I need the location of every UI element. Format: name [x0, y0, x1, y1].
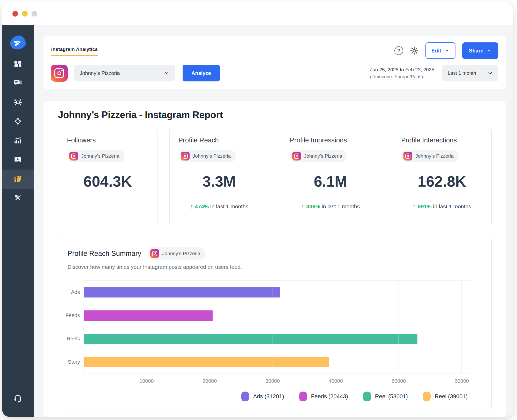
- legend-swatch: [363, 392, 371, 401]
- chart-plot-area: [84, 280, 471, 373]
- instagram-icon: [292, 152, 301, 161]
- app-body: Instagram Analytics ?: [2, 25, 513, 417]
- sidebar-item-logo[interactable]: [2, 30, 34, 55]
- stat-value: 604.3K: [67, 173, 148, 190]
- account-pill-label: Johnny’s Pizzeria: [415, 153, 454, 159]
- library-books-icon: [13, 174, 22, 184]
- instagram-icon: [181, 152, 190, 161]
- chevron-down-icon: [488, 71, 493, 76]
- tools-icon: [14, 194, 22, 203]
- legend-item-feeds: Feeds (20443): [299, 392, 348, 401]
- chart-row-reels: [84, 327, 471, 350]
- instagram-icon: [150, 249, 159, 258]
- stat-delta: ↑474% in last 1 months: [178, 203, 260, 210]
- sidebar-item-inbox[interactable]: [2, 150, 34, 170]
- share-button-label: Share: [469, 48, 483, 54]
- sidebar-item-tools[interactable]: [2, 189, 34, 208]
- stat-label: Profile Interactions: [401, 136, 483, 144]
- gridline: [147, 281, 147, 373]
- window-titlebar: [2, 2, 513, 25]
- sidebar-item-posts[interactable]: [2, 74, 34, 93]
- bar-feeds: [84, 310, 213, 321]
- ylabel-ads: Ads: [65, 280, 84, 304]
- header-card: Instagram Analytics ?: [43, 36, 506, 89]
- stat-card-profile-reach: Profile Reach Johnny’s Pizzeria 3.3M ↑47…: [169, 128, 269, 225]
- chevron-down-icon: [164, 71, 169, 76]
- analyze-button[interactable]: Analyze: [183, 65, 220, 81]
- stat-label: Profile Impressions: [290, 136, 371, 144]
- edit-button[interactable]: Edit: [425, 42, 455, 59]
- analytics-chart-icon: [14, 136, 22, 146]
- share-button[interactable]: Share: [462, 42, 498, 59]
- legend-label: Feeds (20443): [311, 393, 348, 400]
- chart-xticks: 100002000030000400005000060000: [84, 373, 471, 385]
- chart-subtitle: Discover how many times your Instagram p…: [65, 264, 471, 270]
- account-select[interactable]: Johnny’s Pizzeria: [74, 65, 175, 81]
- help-icon[interactable]: ?: [394, 46, 403, 55]
- instagram-icon: [403, 152, 412, 161]
- legend-item-reel: Reel (53001): [363, 392, 408, 401]
- legend-label: Ads (31201): [253, 393, 284, 400]
- stat-card-followers: Followers Johnny’s Pizzeria 604.3K: [58, 128, 158, 225]
- sidebar-item-library[interactable]: [2, 170, 34, 189]
- account-pill: Johnny’s Pizzeria: [290, 150, 348, 162]
- timezone-text: (Timezone: Europe/Paris): [370, 74, 434, 80]
- stat-card-profile-interactions: Profile Interactions Johnny’s Pizzeria 1…: [392, 128, 492, 225]
- delta-text: in last 1 months: [209, 203, 248, 209]
- legend-item-ads: Ads (31201): [241, 392, 284, 401]
- tab-instagram-analytics[interactable]: Instagram Analytics: [51, 45, 98, 56]
- headset-icon: [13, 394, 22, 403]
- bar-reels: [84, 334, 417, 344]
- stat-card-profile-impressions: Profile Impressions Johnny’s Pizzeria 6.…: [281, 128, 380, 225]
- stats-row: Followers Johnny’s Pizzeria 604.3K Profi…: [58, 128, 492, 225]
- delta-text: in last 1 months: [432, 203, 471, 209]
- network-icon: [13, 98, 22, 108]
- delta-text: in last 1 months: [320, 203, 360, 209]
- stat-delta: ↑336% in last 1 months: [290, 203, 371, 210]
- arrow-up-icon: ↑: [301, 203, 304, 210]
- legend-swatch: [241, 392, 249, 401]
- time-range-select[interactable]: Last 1 month: [442, 65, 498, 81]
- inbox-download-icon: [14, 156, 22, 164]
- maximize-window-button[interactable]: [32, 11, 37, 17]
- gridline: [399, 281, 399, 373]
- chart-row-story: [84, 350, 471, 374]
- chevron-down-icon: [444, 48, 449, 53]
- sidebar-item-integrations[interactable]: [2, 112, 34, 131]
- sidebar-item-support[interactable]: [2, 389, 34, 408]
- account-select-value: Johnny’s Pizzeria: [80, 70, 120, 76]
- legend-item-reel-story: Reel (39001): [423, 392, 468, 401]
- xtick-label: 50000: [392, 378, 406, 384]
- dashboard-icon: [14, 60, 22, 69]
- xtick-label: 40000: [328, 378, 343, 384]
- stat-value: 3.3M: [178, 173, 260, 190]
- app-window: Instagram Analytics ?: [2, 2, 513, 417]
- edit-button-label: Edit: [431, 48, 441, 54]
- account-pill: Johnny’s Pizzeria: [148, 247, 206, 260]
- sidebar-item-dashboard[interactable]: [2, 55, 34, 74]
- sidebar-item-connect[interactable]: [2, 93, 34, 112]
- chart-ylabels: Ads Feeds Reels Story: [65, 280, 84, 373]
- account-pill-label: Johnny’s Pizzeria: [81, 153, 119, 159]
- bar-story: [84, 357, 329, 367]
- sidebar: [2, 25, 34, 417]
- gridline: [273, 281, 273, 373]
- sidebar-item-analytics[interactable]: [2, 131, 34, 150]
- instagram-icon: [69, 152, 78, 161]
- chart-row-ads: [84, 281, 471, 304]
- arrow-up-icon: ↑: [413, 203, 416, 210]
- account-pill: Johnny’s Pizzeria: [178, 150, 236, 162]
- legend-label: Reel (39001): [435, 393, 468, 400]
- account-pill: Johnny’s Pizzeria: [401, 150, 459, 162]
- account-pill: Johnny’s Pizzeria: [67, 150, 125, 162]
- settings-gear-icon[interactable]: [410, 46, 419, 55]
- chart-legend: Ads (31201) Feeds (20443) Reel (53001): [65, 392, 471, 401]
- stat-label: Followers: [67, 136, 148, 144]
- xtick-label: 20000: [203, 378, 217, 384]
- date-range-block: Jan 25, 2025 to Feb 23, 2025 (Timezone: …: [370, 67, 434, 80]
- gridline: [210, 281, 210, 373]
- minimize-window-button[interactable]: [22, 11, 28, 17]
- stat-delta: ↑691% in last 1 months: [401, 203, 483, 210]
- close-window-button[interactable]: [12, 11, 18, 17]
- account-pill-label: Johnny’s Pizzeria: [304, 153, 342, 159]
